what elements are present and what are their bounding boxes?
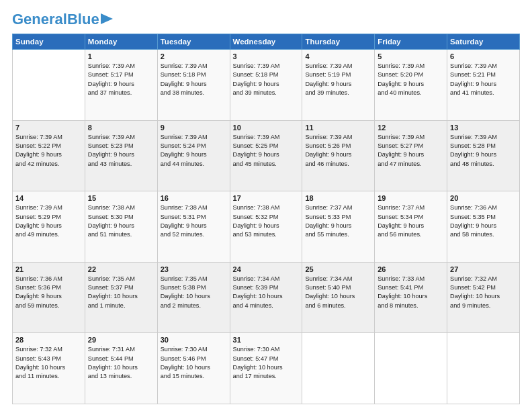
day-number: 20 <box>450 194 517 202</box>
header: GeneralBlue <box>12 12 520 27</box>
calendar-cell <box>375 333 447 404</box>
weekday-thursday: Thursday <box>302 34 375 50</box>
day-number: 23 <box>161 265 227 273</box>
day-info: Sunrise: 7:32 AMSunset: 5:43 PMDaylight:… <box>15 345 82 381</box>
day-info: Sunrise: 7:39 AMSunset: 5:22 PMDaylight:… <box>15 133 82 169</box>
day-number: 2 <box>161 52 227 60</box>
day-number: 31 <box>233 336 300 344</box>
calendar-cell: 18Sunrise: 7:37 AMSunset: 5:33 PMDayligh… <box>302 191 375 263</box>
day-info: Sunrise: 7:35 AMSunset: 5:37 PMDaylight:… <box>88 275 154 310</box>
day-number: 1 <box>88 52 154 60</box>
calendar-cell: 30Sunrise: 7:30 AMSunset: 5:46 PMDayligh… <box>157 333 230 404</box>
day-info: Sunrise: 7:34 AMSunset: 5:40 PMDaylight:… <box>305 275 371 310</box>
calendar-cell: 3Sunrise: 7:39 AMSunset: 5:18 PMDaylight… <box>230 50 302 121</box>
calendar-cell: 5Sunrise: 7:39 AMSunset: 5:20 PMDaylight… <box>375 50 447 121</box>
week-row-2: 14Sunrise: 7:39 AMSunset: 5:29 PMDayligh… <box>13 191 520 263</box>
calendar-cell: 16Sunrise: 7:38 AMSunset: 5:31 PMDayligh… <box>157 191 230 263</box>
day-info: Sunrise: 7:31 AMSunset: 5:44 PMDaylight:… <box>88 345 154 381</box>
day-info: Sunrise: 7:32 AMSunset: 5:42 PMDaylight:… <box>450 275 517 310</box>
calendar-cell: 27Sunrise: 7:32 AMSunset: 5:42 PMDayligh… <box>447 262 520 333</box>
day-info: Sunrise: 7:39 AMSunset: 5:29 PMDaylight:… <box>15 203 82 239</box>
calendar-cell: 19Sunrise: 7:37 AMSunset: 5:34 PMDayligh… <box>375 191 447 263</box>
week-row-1: 7Sunrise: 7:39 AMSunset: 5:22 PMDaylight… <box>13 120 520 191</box>
calendar-cell: 14Sunrise: 7:39 AMSunset: 5:29 PMDayligh… <box>13 191 85 263</box>
day-info: Sunrise: 7:36 AMSunset: 5:35 PMDaylight:… <box>450 203 517 239</box>
day-info: Sunrise: 7:39 AMSunset: 5:23 PMDaylight:… <box>88 133 154 169</box>
calendar-cell: 12Sunrise: 7:39 AMSunset: 5:27 PMDayligh… <box>375 120 447 191</box>
day-number: 25 <box>305 265 371 273</box>
calendar-cell: 17Sunrise: 7:38 AMSunset: 5:32 PMDayligh… <box>230 191 302 263</box>
logo-general: General <box>12 11 67 28</box>
calendar-cell: 23Sunrise: 7:35 AMSunset: 5:38 PMDayligh… <box>157 262 230 333</box>
day-number: 17 <box>233 194 300 202</box>
day-info: Sunrise: 7:34 AMSunset: 5:39 PMDaylight:… <box>233 275 300 310</box>
day-info: Sunrise: 7:39 AMSunset: 5:21 PMDaylight:… <box>450 62 517 97</box>
day-info: Sunrise: 7:37 AMSunset: 5:33 PMDaylight:… <box>305 203 371 239</box>
day-info: Sunrise: 7:38 AMSunset: 5:32 PMDaylight:… <box>233 203 300 239</box>
week-row-4: 28Sunrise: 7:32 AMSunset: 5:43 PMDayligh… <box>13 333 520 404</box>
calendar-cell: 1Sunrise: 7:39 AMSunset: 5:17 PMDaylight… <box>85 50 157 121</box>
calendar-cell: 8Sunrise: 7:39 AMSunset: 5:23 PMDaylight… <box>85 120 157 191</box>
day-info: Sunrise: 7:39 AMSunset: 5:26 PMDaylight:… <box>305 133 371 169</box>
calendar-cell: 10Sunrise: 7:39 AMSunset: 5:25 PMDayligh… <box>230 120 302 191</box>
day-info: Sunrise: 7:39 AMSunset: 5:17 PMDaylight:… <box>88 62 154 97</box>
day-number: 14 <box>15 194 82 202</box>
day-info: Sunrise: 7:39 AMSunset: 5:20 PMDaylight:… <box>378 62 444 97</box>
day-info: Sunrise: 7:39 AMSunset: 5:19 PMDaylight:… <box>305 62 371 97</box>
day-number: 4 <box>305 52 371 60</box>
calendar-cell: 21Sunrise: 7:36 AMSunset: 5:36 PMDayligh… <box>13 262 85 333</box>
day-number: 6 <box>450 52 517 60</box>
week-row-3: 21Sunrise: 7:36 AMSunset: 5:36 PMDayligh… <box>13 262 520 333</box>
day-info: Sunrise: 7:39 AMSunset: 5:24 PMDaylight:… <box>161 133 227 169</box>
calendar-cell <box>13 50 85 121</box>
day-number: 27 <box>450 265 517 273</box>
day-info: Sunrise: 7:39 AMSunset: 5:18 PMDaylight:… <box>233 62 300 97</box>
day-number: 10 <box>233 124 300 132</box>
week-row-0: 1Sunrise: 7:39 AMSunset: 5:17 PMDaylight… <box>13 50 520 121</box>
calendar-cell: 26Sunrise: 7:33 AMSunset: 5:41 PMDayligh… <box>375 262 447 333</box>
day-info: Sunrise: 7:38 AMSunset: 5:31 PMDaylight:… <box>161 203 227 239</box>
day-info: Sunrise: 7:30 AMSunset: 5:47 PMDaylight:… <box>233 345 300 381</box>
day-number: 8 <box>88 124 154 132</box>
day-number: 9 <box>161 124 227 132</box>
day-info: Sunrise: 7:39 AMSunset: 5:27 PMDaylight:… <box>378 133 444 169</box>
calendar-cell: 4Sunrise: 7:39 AMSunset: 5:19 PMDaylight… <box>302 50 375 121</box>
logo-text: GeneralBlue <box>12 12 99 27</box>
calendar-cell: 24Sunrise: 7:34 AMSunset: 5:39 PMDayligh… <box>230 262 302 333</box>
calendar-cell: 15Sunrise: 7:38 AMSunset: 5:30 PMDayligh… <box>85 191 157 263</box>
calendar-cell <box>302 333 375 404</box>
calendar-cell: 7Sunrise: 7:39 AMSunset: 5:22 PMDaylight… <box>13 120 85 191</box>
weekday-wednesday: Wednesday <box>230 34 302 50</box>
day-info: Sunrise: 7:37 AMSunset: 5:34 PMDaylight:… <box>378 203 444 239</box>
weekday-sunday: Sunday <box>13 34 85 50</box>
logo: GeneralBlue <box>12 12 113 27</box>
calendar-cell: 9Sunrise: 7:39 AMSunset: 5:24 PMDaylight… <box>157 120 230 191</box>
logo-blue: Blue <box>67 11 99 28</box>
day-number: 3 <box>233 52 300 60</box>
calendar-cell: 25Sunrise: 7:34 AMSunset: 5:40 PMDayligh… <box>302 262 375 333</box>
calendar-cell: 29Sunrise: 7:31 AMSunset: 5:44 PMDayligh… <box>85 333 157 404</box>
calendar-cell <box>447 333 520 404</box>
svg-marker-0 <box>101 13 113 24</box>
calendar-table: SundayMondayTuesdayWednesdayThursdayFrid… <box>12 34 520 404</box>
day-number: 28 <box>15 336 82 344</box>
day-info: Sunrise: 7:38 AMSunset: 5:30 PMDaylight:… <box>88 203 154 239</box>
weekday-monday: Monday <box>85 34 157 50</box>
day-number: 29 <box>88 336 154 344</box>
day-info: Sunrise: 7:35 AMSunset: 5:38 PMDaylight:… <box>161 275 227 310</box>
calendar-cell: 2Sunrise: 7:39 AMSunset: 5:18 PMDaylight… <box>157 50 230 121</box>
weekday-header-row: SundayMondayTuesdayWednesdayThursdayFrid… <box>13 34 520 50</box>
calendar-cell: 11Sunrise: 7:39 AMSunset: 5:26 PMDayligh… <box>302 120 375 191</box>
weekday-saturday: Saturday <box>447 34 520 50</box>
weekday-tuesday: Tuesday <box>157 34 230 50</box>
day-number: 26 <box>378 265 444 273</box>
calendar-cell: 22Sunrise: 7:35 AMSunset: 5:37 PMDayligh… <box>85 262 157 333</box>
calendar-cell: 6Sunrise: 7:39 AMSunset: 5:21 PMDaylight… <box>447 50 520 121</box>
day-number: 16 <box>161 194 227 202</box>
page: GeneralBlue SundayMondayTuesdayWednesday… <box>0 0 532 411</box>
day-number: 11 <box>305 124 371 132</box>
day-info: Sunrise: 7:39 AMSunset: 5:28 PMDaylight:… <box>450 133 517 169</box>
day-number: 21 <box>15 265 82 273</box>
day-number: 12 <box>378 124 444 132</box>
day-number: 30 <box>161 336 227 344</box>
